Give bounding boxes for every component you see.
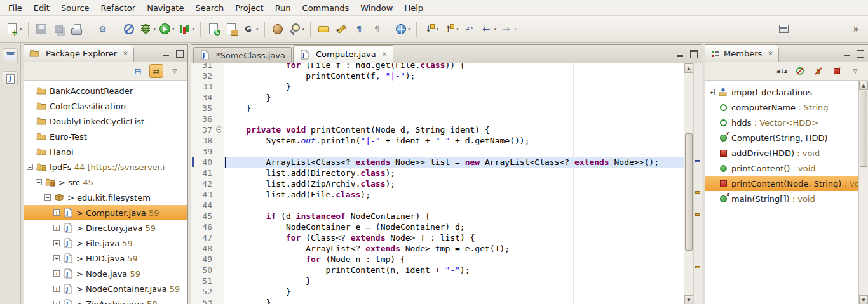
print-button[interactable] xyxy=(69,21,85,37)
last-edit-location-button[interactable] xyxy=(461,21,478,37)
dropdown-arrow-icon[interactable]: ▾ xyxy=(154,27,156,32)
sort-button[interactable] xyxy=(775,64,789,78)
code-line[interactable]: 41 list.add(Directory.class); xyxy=(191,168,684,178)
collapse-icon[interactable]: − xyxy=(44,194,51,201)
code-line[interactable]: 40 ArrayList<Class<? extends Node>> list… xyxy=(191,157,684,168)
package-explorer-view-tab[interactable]: Package Explorer ✕ xyxy=(24,45,134,62)
tree-item-colorclassification[interactable]: ColorClassification xyxy=(24,98,187,114)
fast-restore-button[interactable] xyxy=(3,48,18,63)
code-line[interactable]: 43 list.add(File.class); xyxy=(191,189,684,200)
scroll-down-icon[interactable]: ▼ xyxy=(859,295,868,304)
menu-navigate[interactable]: Navigate xyxy=(141,0,189,15)
expand-icon[interactable]: + xyxy=(53,301,60,304)
code-line[interactable]: 35 } xyxy=(191,103,684,114)
skip-breakpoints-button[interactable] xyxy=(121,21,137,37)
collapse-all-button[interactable] xyxy=(131,64,145,78)
view-menu-button[interactable] xyxy=(848,64,862,78)
collapse-icon[interactable]: − xyxy=(27,164,33,170)
collapse-icon[interactable]: − xyxy=(36,179,42,185)
menu-project[interactable]: Project xyxy=(229,0,269,15)
menu-search[interactable]: Search xyxy=(189,0,229,15)
code-line[interactable]: 50 printContent(n, ident + "-"); xyxy=(191,265,684,275)
maximize-icon[interactable] xyxy=(690,50,698,58)
prev-annotation-button[interactable]: ▾ xyxy=(441,21,460,37)
expand-icon[interactable]: + xyxy=(53,286,60,292)
dropdown-arrow-icon[interactable]: ▾ xyxy=(256,27,259,32)
back-history-button[interactable]: ▾ xyxy=(479,21,498,37)
member-item-import-declarations[interactable]: +import declarations xyxy=(705,84,858,100)
code-line[interactable]: 39 xyxy=(191,146,684,157)
expand-icon[interactable]: + xyxy=(53,225,60,231)
tree-item-ipdfs[interactable]: −IpdFs 44 [https://svnserver.i xyxy=(24,159,187,175)
code-line[interactable]: 45 if (d instanceof NodeContainer) { xyxy=(191,211,684,221)
minimize-icon[interactable] xyxy=(163,50,169,56)
minimize-icon[interactable] xyxy=(844,50,850,56)
member-item-computername[interactable]: computerName : String xyxy=(705,100,858,115)
code-line[interactable]: 33 } xyxy=(191,81,684,92)
open-browser-button[interactable]: ▾ xyxy=(395,21,412,37)
tree-item-directory-java[interactable]: +J> Directory.java 59 xyxy=(24,220,187,235)
menu-refactor[interactable]: Refactor xyxy=(95,0,142,15)
code-line[interactable]: 38 System.out.println("|-" + ident + " "… xyxy=(191,135,684,146)
show-whitespace-button[interactable] xyxy=(351,21,367,37)
menu-window[interactable]: Window xyxy=(355,0,398,15)
expand-icon[interactable]: + xyxy=(709,89,715,95)
code-line[interactable]: 31 for (File f : hdd.get(File.class)) { xyxy=(191,63,684,70)
expand-icon[interactable]: + xyxy=(53,270,60,277)
minimize-icon[interactable] xyxy=(677,51,683,57)
tree-item-edu-kit-filesystem[interactable]: −> edu.kit.filesystem xyxy=(24,190,187,205)
code-line[interactable]: 47 for (Class<? extends Node> T : list) … xyxy=(191,232,684,243)
toolbar-overflow-chevron[interactable]: » xyxy=(853,23,859,35)
dropdown-arrow-icon[interactable]: ▾ xyxy=(172,27,175,32)
code-line[interactable]: 49 for (Node n : tmp) { xyxy=(191,254,684,265)
tree-item-hdd-java[interactable]: +J> HDD.java 59 xyxy=(24,251,187,266)
fold-collapse-icon[interactable]: − xyxy=(216,126,222,133)
tree-item-file-java[interactable]: +J> File.java 59 xyxy=(24,235,187,251)
hide-static-button[interactable] xyxy=(811,64,825,78)
code-line[interactable]: 46 NodeContainer e = (NodeContainer) d; xyxy=(191,221,684,232)
editor-tab-someclass-java[interactable]: J*SomeClass.java xyxy=(193,47,292,63)
expand-icon[interactable]: + xyxy=(53,240,60,246)
member-item-computer-string-hdd[interactable]: cComputer(String, HDD) xyxy=(705,130,858,145)
expand-icon[interactable]: + xyxy=(53,255,60,261)
fast-editor-button[interactable] xyxy=(3,71,18,86)
code-line[interactable]: 32 printContent(f, "|-"); xyxy=(191,70,684,81)
format-button[interactable] xyxy=(369,21,385,37)
editor-scrollbar[interactable]: ▲ ▼ xyxy=(684,63,693,304)
dropdown-arrow-icon[interactable]: ▾ xyxy=(437,27,439,32)
build-all-button[interactable] xyxy=(95,21,111,37)
member-item-adddrive-hdd[interactable]: addDrive(HDD) : void xyxy=(705,145,858,161)
code-line[interactable]: 44 xyxy=(191,200,684,211)
close-icon[interactable]: ✕ xyxy=(382,51,387,58)
members-scrollbar[interactable]: ▲ ▼ xyxy=(858,81,868,304)
coverage-button[interactable]: ▾ xyxy=(177,21,196,37)
code-line[interactable]: 51 } xyxy=(191,275,684,286)
maximize-icon[interactable] xyxy=(176,50,184,58)
run-button[interactable]: ▾ xyxy=(158,21,176,37)
member-item-printcontent[interactable]: printContent() : void xyxy=(705,161,858,176)
tree-item-ziparchiv-java[interactable]: +J> ZipArchiv.java 59 xyxy=(24,296,187,304)
tree-item-hanoi[interactable]: Hanoi xyxy=(24,144,187,159)
tree-item-computer-java[interactable]: +J> Computer.java 59 xyxy=(24,205,187,220)
code-line[interactable]: 37− private void printContent(Node d, St… xyxy=(191,124,684,135)
menu-help[interactable]: Help xyxy=(398,0,429,15)
search-button[interactable]: ▾ xyxy=(287,21,306,37)
code-line[interactable]: 34 } xyxy=(191,92,684,103)
code-line[interactable]: 36 xyxy=(191,114,684,124)
scroll-up-icon[interactable]: ▲ xyxy=(684,63,693,73)
tree-item-node-java[interactable]: +J> Node.java 59 xyxy=(24,266,187,281)
tree-item-nodecontainer-java[interactable]: +J> NodeContainer.java 59 xyxy=(24,281,187,296)
tree-item-bankaccountreader[interactable]: BankAccountReader xyxy=(24,83,187,98)
scrollbar-thumb[interactable] xyxy=(860,91,867,167)
java-perspective-button[interactable] xyxy=(269,21,286,37)
code-line[interactable]: 52 } xyxy=(191,286,684,297)
toggle-mark-occurrences-button[interactable] xyxy=(315,21,332,37)
next-annotation-button[interactable]: ▾ xyxy=(421,21,440,37)
menu-commands[interactable]: Commands xyxy=(297,0,355,15)
tree-item-doublylinkedcycliclist[interactable]: DoublyLinkedCyclicList xyxy=(24,114,187,129)
dropdown-arrow-icon[interactable]: ▾ xyxy=(193,27,195,32)
dropdown-arrow-icon[interactable]: ▾ xyxy=(514,27,517,32)
dropdown-arrow-icon[interactable]: ▾ xyxy=(408,27,410,32)
new-wizard-button[interactable]: ▾ xyxy=(4,21,24,37)
maximize-icon[interactable] xyxy=(857,50,864,58)
